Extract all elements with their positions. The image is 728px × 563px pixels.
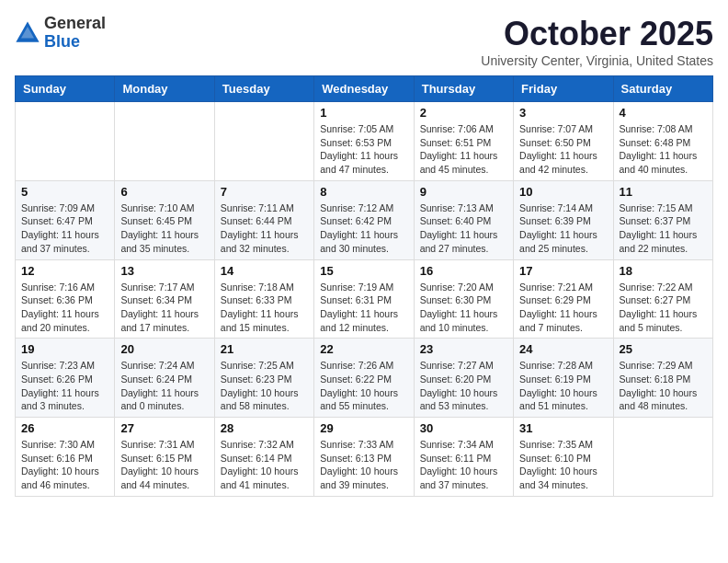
day-info: Sunrise: 7:10 AM Sunset: 6:45 PM Dayligh…: [120, 201, 208, 256]
day-info: Sunrise: 7:06 AM Sunset: 6:51 PM Dayligh…: [420, 122, 507, 177]
title-area: October 2025 University Center, Virginia…: [481, 15, 713, 68]
calendar-day-9: 9Sunrise: 7:13 AM Sunset: 6:40 PM Daylig…: [414, 180, 513, 259]
day-info: Sunrise: 7:30 AM Sunset: 6:16 PM Dayligh…: [21, 438, 108, 492]
calendar-day-29: 29Sunrise: 7:33 AM Sunset: 6:13 PM Dayli…: [314, 418, 414, 497]
day-number: 10: [519, 185, 607, 199]
day-number: 8: [320, 185, 407, 199]
day-info: Sunrise: 7:26 AM Sunset: 6:22 PM Dayligh…: [320, 359, 407, 413]
calendar-week-row: 26Sunrise: 7:30 AM Sunset: 6:16 PM Dayli…: [16, 418, 713, 497]
calendar-empty-cell: [115, 102, 214, 181]
calendar-day-7: 7Sunrise: 7:11 AM Sunset: 6:44 PM Daylig…: [214, 180, 313, 259]
calendar-day-20: 20Sunrise: 7:24 AM Sunset: 6:24 PM Dayli…: [115, 339, 214, 418]
calendar-day-3: 3Sunrise: 7:07 AM Sunset: 6:50 PM Daylig…: [514, 102, 613, 181]
column-header-friday: Friday: [514, 76, 613, 102]
day-number: 18: [620, 264, 707, 278]
calendar-day-8: 8Sunrise: 7:12 AM Sunset: 6:42 PM Daylig…: [314, 180, 414, 259]
calendar-day-28: 28Sunrise: 7:32 AM Sunset: 6:14 PM Dayli…: [214, 418, 313, 497]
day-number: 14: [221, 264, 308, 278]
calendar-day-18: 18Sunrise: 7:22 AM Sunset: 6:27 PM Dayli…: [613, 259, 712, 339]
day-info: Sunrise: 7:11 AM Sunset: 6:44 PM Dayligh…: [221, 201, 308, 256]
day-info: Sunrise: 7:05 AM Sunset: 6:53 PM Dayligh…: [320, 122, 407, 177]
column-header-sunday: Sunday: [16, 76, 115, 102]
day-number: 4: [620, 106, 707, 120]
day-info: Sunrise: 7:34 AM Sunset: 6:11 PM Dayligh…: [420, 438, 507, 492]
calendar-header-row: SundayMondayTuesdayWednesdayThursdayFrid…: [16, 76, 713, 102]
calendar-day-13: 13Sunrise: 7:17 AM Sunset: 6:34 PM Dayli…: [115, 259, 214, 339]
day-number: 20: [120, 342, 208, 356]
logo-icon: [15, 20, 40, 46]
day-info: Sunrise: 7:32 AM Sunset: 6:14 PM Dayligh…: [221, 438, 308, 492]
calendar-empty-cell: [214, 102, 313, 181]
day-number: 23: [420, 342, 507, 356]
day-number: 17: [519, 264, 607, 278]
day-info: Sunrise: 7:21 AM Sunset: 6:29 PM Dayligh…: [519, 281, 607, 335]
day-info: Sunrise: 7:35 AM Sunset: 6:10 PM Dayligh…: [519, 438, 607, 492]
logo-general: General: [44, 15, 106, 33]
day-info: Sunrise: 7:07 AM Sunset: 6:50 PM Dayligh…: [519, 122, 607, 177]
day-number: 13: [120, 264, 208, 278]
day-info: Sunrise: 7:33 AM Sunset: 6:13 PM Dayligh…: [320, 438, 407, 492]
day-info: Sunrise: 7:23 AM Sunset: 6:26 PM Dayligh…: [21, 359, 108, 413]
day-info: Sunrise: 7:18 AM Sunset: 6:33 PM Dayligh…: [221, 281, 308, 335]
logo: General Blue: [15, 15, 106, 52]
day-number: 5: [21, 185, 108, 199]
column-header-saturday: Saturday: [613, 76, 712, 102]
calendar-week-row: 1Sunrise: 7:05 AM Sunset: 6:53 PM Daylig…: [16, 102, 713, 181]
column-header-tuesday: Tuesday: [214, 76, 313, 102]
day-number: 21: [221, 342, 308, 356]
column-header-thursday: Thursday: [414, 76, 513, 102]
day-number: 16: [420, 264, 507, 278]
calendar-day-21: 21Sunrise: 7:25 AM Sunset: 6:23 PM Dayli…: [214, 339, 313, 418]
day-number: 22: [320, 342, 407, 356]
day-number: 28: [221, 421, 308, 435]
day-info: Sunrise: 7:20 AM Sunset: 6:30 PM Dayligh…: [420, 281, 507, 335]
calendar-week-row: 12Sunrise: 7:16 AM Sunset: 6:36 PM Dayli…: [16, 259, 713, 339]
calendar-empty-cell: [16, 102, 115, 181]
header: General Blue October 2025 University Cen…: [15, 15, 713, 68]
calendar-day-2: 2Sunrise: 7:06 AM Sunset: 6:51 PM Daylig…: [414, 102, 513, 181]
day-number: 3: [519, 106, 607, 120]
day-info: Sunrise: 7:24 AM Sunset: 6:24 PM Dayligh…: [120, 359, 208, 413]
day-number: 27: [120, 421, 208, 435]
calendar-table: SundayMondayTuesdayWednesdayThursdayFrid…: [15, 75, 713, 497]
day-info: Sunrise: 7:27 AM Sunset: 6:20 PM Dayligh…: [420, 359, 507, 413]
calendar-empty-cell: [613, 418, 712, 497]
day-number: 11: [620, 185, 707, 199]
calendar-day-25: 25Sunrise: 7:29 AM Sunset: 6:18 PM Dayli…: [613, 339, 712, 418]
day-info: Sunrise: 7:19 AM Sunset: 6:31 PM Dayligh…: [320, 281, 407, 335]
day-info: Sunrise: 7:15 AM Sunset: 6:37 PM Dayligh…: [620, 201, 707, 256]
day-info: Sunrise: 7:09 AM Sunset: 6:47 PM Dayligh…: [21, 201, 108, 256]
calendar-day-17: 17Sunrise: 7:21 AM Sunset: 6:29 PM Dayli…: [514, 259, 613, 339]
day-info: Sunrise: 7:28 AM Sunset: 6:19 PM Dayligh…: [519, 359, 607, 413]
calendar-day-27: 27Sunrise: 7:31 AM Sunset: 6:15 PM Dayli…: [115, 418, 214, 497]
day-number: 31: [519, 421, 607, 435]
day-number: 19: [21, 342, 108, 356]
calendar-day-6: 6Sunrise: 7:10 AM Sunset: 6:45 PM Daylig…: [115, 180, 214, 259]
calendar-day-24: 24Sunrise: 7:28 AM Sunset: 6:19 PM Dayli…: [514, 339, 613, 418]
day-number: 30: [420, 421, 507, 435]
calendar-day-5: 5Sunrise: 7:09 AM Sunset: 6:47 PM Daylig…: [16, 180, 115, 259]
day-info: Sunrise: 7:14 AM Sunset: 6:39 PM Dayligh…: [519, 201, 607, 256]
calendar-day-10: 10Sunrise: 7:14 AM Sunset: 6:39 PM Dayli…: [514, 180, 613, 259]
month-title: October 2025: [481, 15, 713, 53]
day-info: Sunrise: 7:08 AM Sunset: 6:48 PM Dayligh…: [620, 122, 707, 177]
calendar-day-16: 16Sunrise: 7:20 AM Sunset: 6:30 PM Dayli…: [414, 259, 513, 339]
calendar-day-12: 12Sunrise: 7:16 AM Sunset: 6:36 PM Dayli…: [16, 259, 115, 339]
calendar-day-14: 14Sunrise: 7:18 AM Sunset: 6:33 PM Dayli…: [214, 259, 313, 339]
day-info: Sunrise: 7:13 AM Sunset: 6:40 PM Dayligh…: [420, 201, 507, 256]
logo-text: General Blue: [44, 15, 106, 52]
day-info: Sunrise: 7:29 AM Sunset: 6:18 PM Dayligh…: [620, 359, 707, 413]
column-header-monday: Monday: [115, 76, 214, 102]
day-number: 24: [519, 342, 607, 356]
calendar-week-row: 19Sunrise: 7:23 AM Sunset: 6:26 PM Dayli…: [16, 339, 713, 418]
day-number: 25: [620, 342, 707, 356]
calendar-week-row: 5Sunrise: 7:09 AM Sunset: 6:47 PM Daylig…: [16, 180, 713, 259]
calendar-day-11: 11Sunrise: 7:15 AM Sunset: 6:37 PM Dayli…: [613, 180, 712, 259]
day-info: Sunrise: 7:22 AM Sunset: 6:27 PM Dayligh…: [620, 281, 707, 335]
logo-blue: Blue: [44, 33, 106, 52]
day-number: 15: [320, 264, 407, 278]
day-info: Sunrise: 7:31 AM Sunset: 6:15 PM Dayligh…: [120, 438, 208, 492]
calendar-day-1: 1Sunrise: 7:05 AM Sunset: 6:53 PM Daylig…: [314, 102, 414, 181]
calendar-day-26: 26Sunrise: 7:30 AM Sunset: 6:16 PM Dayli…: [16, 418, 115, 497]
day-number: 26: [21, 421, 108, 435]
